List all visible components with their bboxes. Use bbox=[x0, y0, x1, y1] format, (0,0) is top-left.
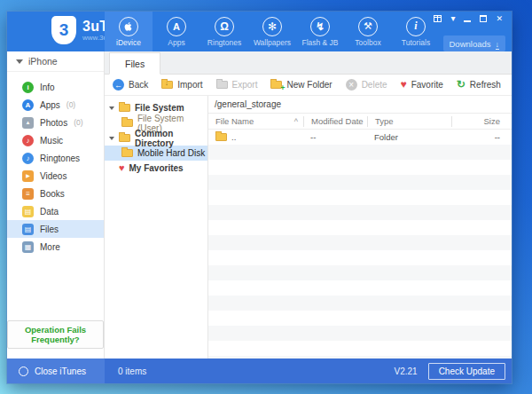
folder-icon bbox=[215, 133, 227, 141]
file-name: .. bbox=[231, 132, 236, 142]
column-size[interactable]: Size bbox=[451, 116, 512, 127]
check-update-button[interactable]: Check Update bbox=[428, 363, 505, 380]
back-label: Back bbox=[129, 80, 148, 90]
nav-label: Flash & JB bbox=[301, 38, 338, 47]
tree-item-my-favorites[interactable]: My Favorites bbox=[105, 161, 207, 176]
new-folder-button[interactable]: New Folder bbox=[270, 80, 332, 90]
nav-tutorials[interactable]: Tutorials bbox=[392, 12, 440, 51]
tree-item-common-directory[interactable]: Common Directory bbox=[105, 130, 207, 146]
sidebar-item-info[interactable]: Info bbox=[7, 78, 104, 96]
chevron-down-icon bbox=[16, 59, 23, 64]
appstore-icon bbox=[22, 99, 34, 111]
more-grid-icon bbox=[22, 241, 34, 253]
nav-idevice[interactable]: iDevice bbox=[105, 12, 153, 51]
download-arrow-icon bbox=[496, 39, 500, 49]
expander-icon[interactable] bbox=[109, 106, 114, 110]
device-selector[interactable]: iPhone bbox=[7, 51, 104, 72]
column-file-name[interactable]: File Name bbox=[208, 116, 303, 127]
status-bar: Close iTunes 0 items V2.21 Check Update bbox=[7, 359, 512, 383]
tree-label: Mobile Hard Disk bbox=[137, 148, 205, 158]
file-rows: .. -- Folder -- bbox=[208, 130, 512, 359]
table-row-parent-dir[interactable]: .. -- Folder -- bbox=[208, 130, 512, 145]
toolbox-icon bbox=[358, 17, 378, 36]
sidebar-item-label: Ringtones bbox=[40, 154, 80, 163]
nav-flash-jb[interactable]: Flash & JB bbox=[296, 12, 344, 51]
directory-tree: File System File System (User) Common Di… bbox=[105, 96, 208, 359]
data-icon bbox=[22, 206, 34, 217]
device-sidebar: iPhone Info Apps (0) Photos bbox=[7, 51, 105, 359]
sidebar-items: Info Apps (0) Photos (0) Music bbox=[7, 72, 104, 256]
sidebar-item-label: Photos bbox=[40, 118, 67, 128]
expander-icon[interactable] bbox=[109, 137, 114, 140]
tutorial-info-icon bbox=[406, 17, 426, 36]
sidebar-item-apps[interactable]: Apps (0) bbox=[7, 96, 104, 114]
nav-label: Wallpapers bbox=[254, 38, 291, 47]
tab-strip: Files bbox=[105, 51, 512, 75]
books-icon bbox=[22, 188, 34, 200]
column-type[interactable]: Type bbox=[367, 116, 451, 127]
column-modified-date[interactable]: Modified Date bbox=[303, 116, 367, 127]
sidebar-item-count: (0) bbox=[74, 118, 82, 127]
downloads-label: Downloads bbox=[450, 39, 491, 49]
itunes-circle-icon bbox=[19, 366, 28, 376]
operation-fails-button[interactable]: Operation Fails Frequently? bbox=[7, 320, 104, 349]
back-button[interactable]: Back bbox=[113, 79, 148, 91]
sidebar-item-more[interactable]: More bbox=[7, 238, 104, 256]
tab-files[interactable]: Files bbox=[109, 52, 160, 75]
folder-icon bbox=[119, 104, 130, 112]
heart-icon bbox=[119, 163, 125, 173]
folder-icon bbox=[119, 134, 130, 142]
sidebar-item-music[interactable]: Music bbox=[7, 131, 104, 149]
path-bar[interactable]: /general_storage bbox=[208, 96, 512, 114]
bell-icon bbox=[215, 17, 234, 36]
folder-icon bbox=[121, 119, 133, 127]
3utools-window: 3 3uTools www.3u.com iDevice Apps Ringt bbox=[7, 12, 512, 383]
file-toolbar: Back Import Export New Folder bbox=[105, 75, 512, 95]
files-icon bbox=[22, 224, 34, 235]
nav-label: Apps bbox=[168, 38, 184, 47]
maximize-button[interactable] bbox=[480, 15, 487, 22]
refresh-button[interactable]: Refresh bbox=[457, 80, 501, 90]
sidebar-item-files[interactable]: Files bbox=[7, 220, 104, 238]
tree-item-mobile-hard-disk[interactable]: Mobile Hard Disk bbox=[105, 146, 207, 161]
file-size: -- bbox=[451, 132, 512, 142]
sidebar-item-data[interactable]: Data bbox=[7, 202, 104, 220]
sidebar-item-label: Apps bbox=[40, 100, 60, 110]
sidebar-item-ringtones[interactable]: Ringtones bbox=[7, 149, 104, 167]
close-itunes-button[interactable]: Close iTunes bbox=[7, 359, 105, 383]
nav-apps[interactable]: Apps bbox=[153, 12, 200, 51]
items-count: 0 items bbox=[118, 366, 146, 376]
minimize-button[interactable] bbox=[464, 15, 471, 22]
refresh-icon bbox=[457, 80, 466, 90]
downloads-button[interactable]: Downloads bbox=[443, 35, 506, 51]
chevron-down-icon[interactable] bbox=[450, 14, 455, 23]
tree-label: Common Directory bbox=[135, 129, 207, 148]
nav-ringtones[interactable]: Ringtones bbox=[200, 12, 248, 51]
sidebar-item-label: Books bbox=[40, 189, 65, 199]
favorite-label: Favorite bbox=[411, 80, 443, 90]
sidebar-item-photos[interactable]: Photos (0) bbox=[7, 114, 104, 131]
videos-icon bbox=[22, 170, 34, 182]
delete-button[interactable]: Delete bbox=[346, 79, 387, 91]
tree-label: File System bbox=[135, 103, 184, 113]
close-button[interactable] bbox=[496, 14, 503, 23]
current-path: /general_storage bbox=[215, 99, 281, 109]
sidebar-item-books[interactable]: Books bbox=[7, 185, 104, 202]
favorite-button[interactable]: Favorite bbox=[401, 80, 443, 90]
gift-icon[interactable] bbox=[434, 15, 442, 22]
window-controls bbox=[434, 14, 503, 23]
sidebar-item-videos[interactable]: Videos bbox=[7, 167, 104, 185]
new-folder-label: New Folder bbox=[286, 80, 332, 90]
file-type: Folder bbox=[367, 132, 451, 142]
column-label: Modified Date bbox=[311, 116, 364, 126]
flower-icon bbox=[262, 17, 282, 36]
export-button[interactable]: Export bbox=[216, 80, 258, 90]
tree-label: My Favorites bbox=[129, 163, 184, 173]
nav-label: iDevice bbox=[116, 38, 141, 47]
nav-toolbox[interactable]: Toolbox bbox=[344, 12, 392, 51]
nav-wallpapers[interactable]: Wallpapers bbox=[248, 12, 296, 51]
import-button[interactable]: Import bbox=[161, 80, 202, 90]
column-label: File Name bbox=[215, 116, 254, 126]
main-nav: iDevice Apps Ringtones Wallpapers Flash … bbox=[105, 12, 440, 51]
file-modified: -- bbox=[303, 132, 367, 142]
